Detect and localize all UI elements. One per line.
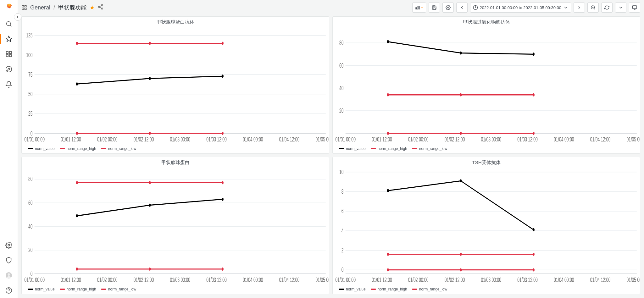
svg-text:0: 0 [341,266,344,273]
svg-marker-2 [6,36,11,41]
page-title[interactable]: 甲状腺功能 [58,4,86,11]
add-panel-button[interactable]: + [412,3,426,13]
svg-point-120 [222,268,224,271]
svg-point-64 [222,132,224,135]
star-icon[interactable]: ★ [90,4,95,11]
svg-point-61 [222,42,224,45]
svg-text:01/04 00:00: 01/04 00:00 [243,136,263,143]
svg-text:01/02 00:00: 01/02 00:00 [408,276,428,283]
search-icon[interactable] [3,18,15,30]
svg-point-143 [387,189,389,192]
svg-text:01/03 12:00: 01/03 12:00 [206,136,226,143]
svg-rect-31 [632,6,636,8]
kiosk-mode-button[interactable] [629,3,640,13]
svg-line-1 [10,25,11,27]
svg-text:01/05 00:00: 01/05 00:00 [316,276,329,283]
svg-point-118 [76,268,78,271]
time-range-picker[interactable]: 2022-01-01 00:00:00 to 2022-01-05 00:30:… [470,3,571,13]
legend-item-low[interactable]: norm_range_low [412,287,447,291]
svg-text:01/04 00:00: 01/04 00:00 [554,276,574,283]
legend-item-low[interactable]: norm_range_low [412,146,447,151]
svg-point-116 [149,181,151,184]
legend-item-high[interactable]: norm_range_high [371,146,407,151]
panel-tg[interactable]: 甲状腺球蛋白 02040608001/01 00:0001/01 12:0001… [21,157,329,294]
svg-point-84 [460,52,462,55]
chart[interactable]: 024681001/01 00:0001/01 12:0001/02 00:00… [333,167,640,285]
zoom-out-button[interactable] [587,3,599,13]
legend: norm_value norm_range_high norm_range_lo… [333,145,640,153]
breadcrumb-separator: / [53,4,55,11]
svg-text:01/01 00:00: 01/01 00:00 [24,136,44,143]
explore-icon[interactable] [3,63,15,75]
user-avatar[interactable] [3,269,15,282]
svg-text:01/02 12:00: 01/02 12:00 [134,136,154,143]
legend: norm_value norm_range_high norm_range_lo… [22,285,329,294]
svg-text:60: 60 [28,199,33,206]
panel-trab[interactable]: TSH受体抗体 024681001/01 00:0001/01 12:0001/… [332,157,640,294]
svg-point-114 [222,198,224,201]
save-button[interactable] [429,3,440,13]
legend-item-high[interactable]: norm_range_high [60,287,96,291]
legend-item-high[interactable]: norm_range_high [371,287,407,291]
svg-rect-4 [9,52,11,53]
svg-rect-17 [25,8,26,10]
svg-text:75: 75 [28,71,33,78]
refresh-button[interactable] [601,3,613,13]
svg-text:01/01 12:00: 01/01 12:00 [372,276,392,283]
svg-text:01/02 00:00: 01/02 00:00 [97,136,117,143]
svg-point-62 [76,132,78,135]
panel-tpoab[interactable]: 甲状腺过氧化物酶抗体 2040608001/01 00:0001/01 12:0… [332,16,640,154]
sidebar [0,0,18,298]
svg-point-59 [76,42,78,45]
alerting-icon[interactable] [3,78,15,91]
svg-point-86 [387,93,389,97]
svg-text:01/03 12:00: 01/03 12:00 [517,276,537,283]
legend-item-value[interactable]: norm_value [339,287,366,291]
expand-sidebar-button[interactable] [14,13,21,21]
panel-grid: 甲状腺球蛋白抗体 025507510012501/01 00:0001/01 1… [18,15,644,298]
chart[interactable]: 2040608001/01 00:0001/01 12:0001/02 00:0… [333,26,640,145]
grafana-logo[interactable] [4,3,14,13]
time-back-button[interactable] [456,3,468,13]
breadcrumb-folder[interactable]: General [30,4,50,11]
svg-point-83 [387,40,389,43]
svg-point-9 [8,244,10,246]
svg-text:01/03 12:00: 01/03 12:00 [517,136,537,143]
starred-icon[interactable] [3,33,15,45]
legend-item-low[interactable]: norm_range_low [101,146,136,151]
time-forward-button[interactable] [574,3,585,13]
dashboards-icon[interactable] [3,48,15,60]
svg-text:01/01 00:00: 01/01 00:00 [24,276,44,283]
svg-point-26 [447,7,449,8]
svg-text:01/04 12:00: 01/04 12:00 [279,276,299,283]
svg-point-58 [222,74,224,78]
svg-point-88 [533,93,535,97]
legend-item-value[interactable]: norm_value [28,146,55,151]
chart[interactable]: 02040608001/01 00:0001/01 12:0001/02 00:… [22,167,329,285]
admin-icon[interactable] [3,254,15,267]
panel-title: 甲状腺球蛋白抗体 [22,17,329,26]
settings-button[interactable] [442,3,454,13]
legend-item-low[interactable]: norm_range_low [101,287,136,291]
chart[interactable]: 025507510012501/01 00:0001/01 12:0001/02… [22,26,329,145]
legend-item-value[interactable]: norm_value [339,146,366,151]
refresh-interval-button[interactable] [615,3,626,13]
svg-text:80: 80 [28,175,33,182]
panel-tgab[interactable]: 甲状腺球蛋白抗体 025507510012501/01 00:0001/01 1… [21,16,329,154]
svg-rect-6 [9,55,11,57]
svg-text:01/01 12:00: 01/01 12:00 [61,136,81,143]
svg-rect-16 [22,8,24,10]
svg-point-146 [387,253,389,256]
svg-point-63 [149,132,151,135]
svg-text:01/04 00:00: 01/04 00:00 [554,136,574,143]
svg-point-18 [101,4,103,6]
svg-point-7 [6,66,11,72]
legend-item-high[interactable]: norm_range_high [60,146,96,151]
help-icon[interactable] [3,284,15,297]
share-icon[interactable] [98,4,103,11]
panel-title: 甲状腺球蛋白 [22,157,329,167]
configuration-icon[interactable] [3,239,15,251]
legend-item-value[interactable]: norm_value [28,287,55,291]
svg-text:20: 20 [28,246,33,253]
svg-text:01/05 00:00: 01/05 00:00 [627,136,640,143]
